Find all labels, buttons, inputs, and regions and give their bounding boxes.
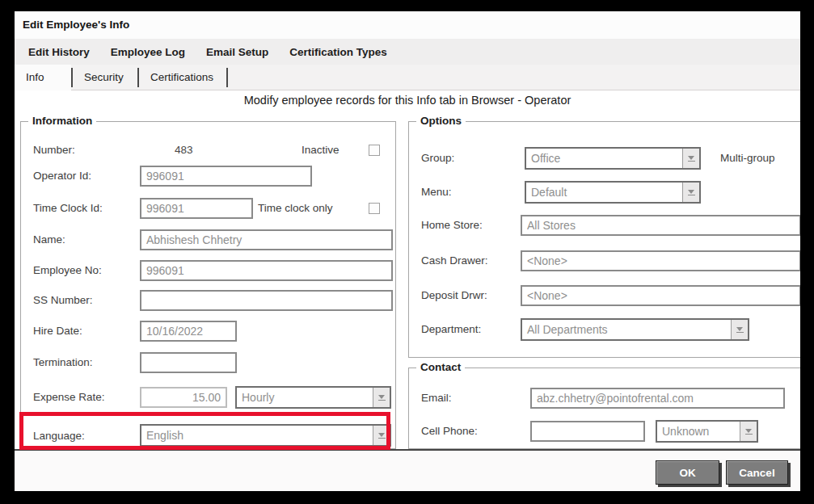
home-store-input[interactable]: [521, 215, 800, 236]
employee-no-label: Employee No:: [33, 263, 102, 278]
multi-group-label: Multi-group: [720, 151, 775, 166]
ss-number-label: SS Number:: [33, 293, 93, 308]
number-label: Number:: [33, 143, 75, 158]
group-value: Office: [531, 152, 560, 165]
employee-no-input[interactable]: [140, 260, 393, 281]
tab-separator: [226, 68, 228, 87]
tab-certifications[interactable]: Certifications: [139, 65, 226, 90]
inactive-label: Inactive: [302, 143, 340, 158]
chevron-down-icon: [373, 388, 390, 407]
menu-item-certification-types[interactable]: Certification Types: [289, 46, 387, 58]
time-clock-only-label: Time clock only: [258, 201, 333, 216]
menu-label: Menu:: [421, 185, 452, 200]
operator-id-label: Operator Id:: [33, 169, 91, 183]
chevron-down-icon: [731, 320, 748, 339]
options-group-title: Options: [416, 115, 466, 127]
instruction-text: Modify employee records for this Info ta…: [15, 94, 800, 107]
options-group: Options Group: Office Multi-group Menu: …: [408, 121, 800, 358]
email-input[interactable]: [530, 388, 785, 409]
cell-phone-input[interactable]: [530, 421, 645, 442]
phone-type-select[interactable]: Unknown: [656, 420, 758, 443]
language-value: English: [146, 429, 183, 442]
department-select[interactable]: All Departments: [521, 318, 749, 341]
operator-id-input[interactable]: [140, 166, 312, 187]
home-store-label: Home Store:: [421, 218, 483, 233]
phone-type-value: Unknown: [662, 425, 709, 438]
tab-strip: Info Security Certifications: [15, 65, 800, 90]
email-label: Email:: [421, 391, 452, 405]
time-clock-id-input[interactable]: [140, 198, 253, 219]
name-input[interactable]: [140, 229, 393, 250]
group-select[interactable]: Office: [525, 147, 701, 170]
cash-drawer-input[interactable]: [521, 250, 800, 271]
window-title: Edit Employee's Info: [15, 11, 800, 39]
menu-item-edit-history[interactable]: Edit History: [28, 46, 90, 58]
information-group-title: Information: [28, 115, 96, 127]
chevron-down-icon: [373, 426, 390, 445]
footer-bar: OK Cancel: [15, 451, 800, 491]
menu-item-email-setup[interactable]: Email Setup: [206, 46, 268, 58]
chevron-down-icon: [682, 149, 699, 168]
contact-group: Contact Email: Cell Phone: Unknown: [408, 368, 800, 449]
edit-employee-dialog: Edit Employee's Info Edit History Employ…: [15, 11, 800, 491]
name-label: Name:: [33, 233, 65, 247]
expense-rate-period-value: Hourly: [242, 391, 274, 404]
number-value: 483: [175, 143, 193, 158]
ss-number-input[interactable]: [140, 290, 393, 311]
department-value: All Departments: [527, 323, 608, 336]
language-label: Language:: [33, 429, 85, 443]
information-group: Information Number: 483 Inactive Operato…: [20, 121, 396, 449]
cell-phone-label: Cell Phone:: [421, 424, 478, 439]
department-label: Department:: [421, 322, 481, 337]
time-clock-only-checkbox[interactable]: [369, 203, 380, 214]
hire-date-input[interactable]: [140, 321, 237, 342]
menu-value: Default: [531, 186, 567, 199]
menu-bar: Edit History Employee Log Email Setup Ce…: [15, 39, 800, 65]
cancel-button[interactable]: Cancel: [726, 460, 788, 485]
hire-date-label: Hire Date:: [33, 324, 82, 338]
tab-info[interactable]: Info: [15, 65, 71, 90]
inactive-checkbox[interactable]: [369, 145, 380, 156]
contact-group-title: Contact: [416, 361, 465, 373]
menu-select[interactable]: Default: [525, 181, 701, 204]
termination-input[interactable]: [140, 352, 237, 373]
expense-rate-input[interactable]: [140, 387, 227, 408]
expense-rate-period-select[interactable]: Hourly: [235, 386, 391, 409]
group-label: Group:: [421, 151, 454, 166]
ok-button[interactable]: OK: [656, 460, 719, 485]
deposit-drawer-input[interactable]: [521, 285, 800, 306]
deposit-drawer-label: Deposit Drwr:: [421, 288, 487, 303]
tab-security[interactable]: Security: [73, 65, 137, 90]
time-clock-id-label: Time Clock Id:: [33, 201, 103, 216]
language-select[interactable]: English: [140, 424, 391, 447]
chevron-down-icon: [682, 183, 699, 202]
expense-rate-label: Expense Rate:: [33, 390, 105, 405]
chevron-down-icon: [740, 422, 757, 441]
termination-label: Termination:: [33, 355, 93, 370]
menu-item-employee-log[interactable]: Employee Log: [111, 46, 185, 58]
cash-drawer-label: Cash Drawer:: [421, 254, 488, 268]
